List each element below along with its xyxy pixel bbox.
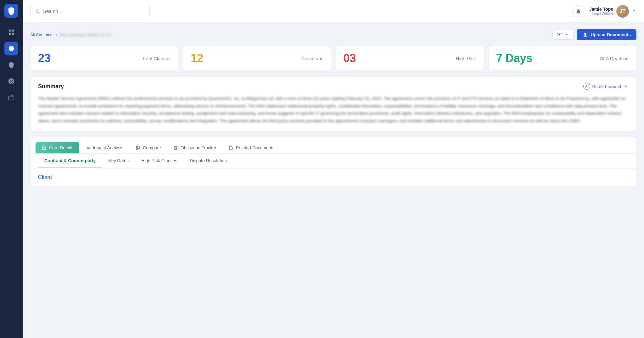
upload-label: Upload Documents bbox=[591, 32, 631, 37]
tab-label-obligation-tracker: Obligation Tracker bbox=[181, 145, 216, 150]
stat-number-highrisk: 03 bbox=[344, 53, 356, 64]
search-box[interactable] bbox=[30, 5, 150, 18]
sub-tab-contract-counterparty[interactable]: Contract & Counterparty bbox=[38, 154, 102, 168]
topbar: Jamie Tope Legal Officer JT bbox=[23, 0, 644, 23]
genai-label: GenAI Powered bbox=[592, 84, 621, 89]
user-role: Legal Officer bbox=[589, 12, 613, 16]
breadcrumb-separator: > bbox=[55, 32, 58, 37]
tab-core-details[interactable]: Core Details bbox=[36, 142, 79, 153]
summary-card: Summary AI GenAI Powered The Master Serv… bbox=[30, 76, 636, 131]
version-label: V2 bbox=[557, 32, 563, 37]
stat-card-clauses: 23 Total Clauses bbox=[30, 46, 178, 71]
notifications-button[interactable] bbox=[572, 5, 584, 17]
summary-header: Summary AI GenAI Powered bbox=[38, 83, 629, 90]
user-menu[interactable]: Jamie Tope Legal Officer JT bbox=[589, 5, 636, 18]
tab-label-related-documents: Related Documents bbox=[236, 145, 275, 150]
user-name: Jamie Tope bbox=[589, 7, 613, 12]
summary-text: The Master Service Agreement (MSA) outli… bbox=[38, 95, 629, 125]
tabs-card: Core Details Impact Analysis Compare bbox=[30, 137, 636, 186]
sidebar bbox=[0, 0, 23, 338]
sub-tab-key-dates[interactable]: Key Dates bbox=[102, 154, 135, 168]
stat-number-sla: 7 Days bbox=[496, 53, 533, 64]
content-header: All Contracts > MSA Quantum Motors v2.12… bbox=[30, 29, 636, 40]
tab-label-impact-analysis: Impact Analysis bbox=[93, 145, 123, 150]
sidebar-item-contracts[interactable] bbox=[4, 42, 18, 55]
sidebar-item-shield[interactable] bbox=[4, 58, 18, 72]
stat-number-clauses: 23 bbox=[38, 53, 51, 64]
stat-label-clauses: Total Clauses bbox=[142, 56, 171, 61]
tab-label-core-details: Core Details bbox=[49, 145, 73, 150]
main-area: Jamie Tope Legal Officer JT All Contract… bbox=[23, 0, 644, 338]
stat-label-deviations: Deviations bbox=[301, 56, 323, 61]
header-actions: V2 Upload Documents bbox=[552, 29, 636, 40]
sidebar-item-grid[interactable] bbox=[4, 25, 18, 39]
version-selector[interactable]: V2 bbox=[552, 30, 574, 40]
stat-card-deviations: 12 Deviations bbox=[183, 46, 331, 71]
sub-tab-high-risk-clauses[interactable]: High Risk Clauses bbox=[135, 154, 183, 168]
breadcrumb-current: MSA Quantum Motors v2.12 bbox=[59, 32, 111, 37]
avatar: JT bbox=[616, 5, 629, 18]
tab-impact-analysis[interactable]: Impact Analysis bbox=[79, 142, 129, 153]
stat-card-sla: 7 Days SLA Deadline bbox=[488, 46, 636, 71]
stat-card-highrisk: 03 High Risk bbox=[336, 46, 484, 71]
app-logo[interactable] bbox=[4, 4, 18, 18]
content-area: All Contracts > MSA Quantum Motors v2.12… bbox=[23, 23, 644, 338]
topbar-right: Jamie Tope Legal Officer JT bbox=[572, 5, 636, 18]
search-icon bbox=[35, 9, 41, 14]
sub-tabs: Contract & Counterparty Key Dates High R… bbox=[31, 154, 636, 169]
tab-compare[interactable]: Compare bbox=[129, 142, 167, 153]
search-input[interactable] bbox=[43, 9, 145, 14]
main-tabs: Core Details Impact Analysis Compare bbox=[31, 137, 636, 154]
sub-tab-dispute-resolution[interactable]: Dispute Resolution bbox=[183, 154, 233, 168]
summary-title: Summary bbox=[38, 83, 64, 90]
stats-row: 23 Total Clauses 12 Deviations 03 High R… bbox=[30, 46, 636, 71]
tab-obligation-tracker[interactable]: Obligation Tracker bbox=[167, 142, 222, 153]
upload-button[interactable]: Upload Documents bbox=[577, 29, 636, 40]
chevron-down-icon bbox=[632, 9, 636, 14]
sidebar-item-dollar[interactable] bbox=[4, 74, 18, 88]
tab-label-compare: Compare bbox=[143, 145, 161, 150]
ai-icon: AI bbox=[583, 83, 590, 90]
stat-label-sla: SLA Deadline bbox=[600, 56, 629, 61]
section-heading: Client bbox=[31, 169, 636, 180]
user-info-text: Jamie Tope Legal Officer bbox=[589, 7, 613, 16]
breadcrumb: All Contracts > MSA Quantum Motors v2.12 bbox=[30, 32, 111, 37]
stat-label-highrisk: High Risk bbox=[456, 56, 476, 61]
stat-number-deviations: 12 bbox=[191, 53, 203, 64]
sidebar-item-briefcase[interactable] bbox=[4, 91, 18, 105]
genai-badge[interactable]: AI GenAI Powered bbox=[583, 83, 629, 90]
tab-related-documents[interactable]: Related Documents bbox=[222, 142, 281, 153]
breadcrumb-link[interactable]: All Contracts bbox=[30, 32, 53, 37]
